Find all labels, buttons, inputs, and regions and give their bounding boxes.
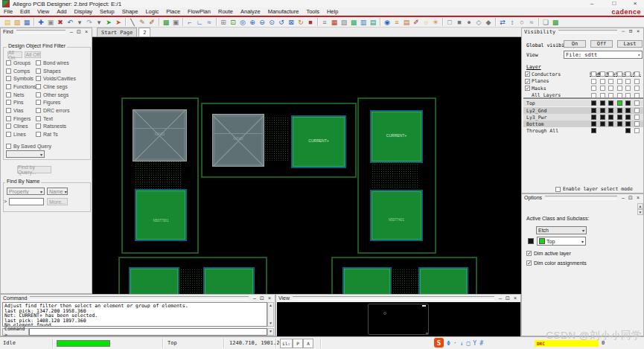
layer-cell-checkbox[interactable] [591,71,596,77]
all-off-button[interactable]: All Off [25,51,41,58]
pad-d1[interactable] [129,267,179,294]
layer-color-swatch[interactable] [591,128,596,133]
class-color-swatch[interactable] [528,238,534,244]
pad-e1[interactable] [342,267,392,294]
layer-color-swatch[interactable] [625,115,631,120]
layer-color-swatch[interactable] [591,100,596,106]
panel-float-icon[interactable]: ⊡ [628,28,634,35]
board-view-icon[interactable]: ▩ [551,18,560,27]
shadow-toggle-icon[interactable]: ▧ [339,18,348,27]
undo-icon[interactable]: ↶ [66,18,74,27]
layer-color-swatch[interactable] [617,115,622,120]
shape-rect-icon[interactable]: ■ [455,18,464,27]
ripup-icon[interactable]: ○ [517,18,526,27]
checkbox-icon[interactable]: ✓ [526,260,532,266]
menu-item[interactable]: Manufacture [264,7,303,16]
windows-icon[interactable]: ❏ [541,18,550,27]
command-input[interactable] [29,328,267,336]
unfix-icon[interactable]: ➤ [114,18,123,27]
zoom-out-icon[interactable]: ⊖ [258,18,267,27]
panel-close-icon[interactable]: × [83,28,89,35]
layer-color-swatch[interactable] [608,108,613,113]
layer-color-swatch[interactable] [608,121,613,127]
layer-cell-checkbox[interactable] [617,86,622,91]
glossing-icon[interactable]: ≈ [527,18,536,27]
add-line-icon[interactable]: ╲ [128,18,137,27]
layer-color-swatch[interactable] [608,115,613,120]
view-dropdown[interactable]: File: sdtt▾ [564,51,643,59]
find-filter-option[interactable]: DRC errors [36,106,91,115]
layer-cell-checkbox[interactable] [608,86,613,91]
menu-item[interactable]: Help [323,7,342,16]
swap-icon[interactable]: ⇄ [498,18,507,27]
panel-close-icon[interactable]: × [635,194,641,201]
tab-start-page[interactable]: Start Page [97,28,137,36]
class-checkbox[interactable]: ✓ [525,71,530,77]
pad-e2[interactable] [418,267,468,294]
vertex-icon[interactable]: ∟ [195,18,204,27]
layer-cell-checkbox[interactable] [634,71,640,77]
pad-current-b[interactable]: CURRENT+ [291,115,346,168]
layer-cell-checkbox[interactable] [625,86,631,91]
menu-item[interactable]: Logic [141,7,162,16]
find-filter-option[interactable]: Bond wires [36,59,91,67]
panel-minimize-icon[interactable]: – [252,295,258,301]
panel-float-icon[interactable]: ⊡ [76,28,82,35]
checkbox-icon[interactable] [6,68,11,74]
layer-row-ly3-pwr[interactable]: Ly3_Pwr [523,114,643,121]
design-canvas[interactable]: GND N5077301 GND CURRENT+ CURRENT+ N5077… [92,37,521,294]
dim-active-layer-option[interactable]: ✓Dim active layer [526,249,571,257]
shape-edit-icon[interactable]: ✎ [138,18,147,27]
layer-color-swatch[interactable] [600,100,605,106]
checkbox-icon[interactable] [6,92,11,97]
layer-all-checkbox[interactable] [634,100,640,106]
name-input[interactable] [9,198,44,205]
snapshot-icon[interactable]: ▣ [171,18,180,27]
shaded-view-icon[interactable]: ■ [306,18,315,27]
delete-icon[interactable]: ✖ [56,18,65,27]
find-filter-option[interactable]: Functions [6,83,36,91]
find-filter-option[interactable]: Clines [6,123,36,131]
pad-gnd-b[interactable]: GND [212,114,264,167]
checkbox-icon[interactable] [6,132,11,137]
find-filter-option[interactable]: Cline segs [36,83,91,91]
menu-item[interactable]: Setup [96,7,118,16]
command-log[interactable]: Adjust find filter then select an elemen… [2,302,267,327]
status-icon[interactable]: ◉ [383,18,392,27]
markup-pen-icon[interactable]: ✐ [412,18,421,27]
layer-color-swatch[interactable] [591,115,596,120]
layer-cell-checkbox[interactable] [625,79,631,84]
slide-icon[interactable]: ⌐ [185,18,194,27]
highlight-icon[interactable]: ☼ [421,18,430,27]
find-filter-option[interactable]: Comps [6,67,36,75]
class-checkbox[interactable]: ✓ [525,79,530,84]
menu-item[interactable]: View [34,7,53,16]
visibility-last-button[interactable]: Last [617,40,643,48]
status-p-button[interactable]: P [293,339,303,348]
find-filter-option[interactable]: Other segs [36,91,91,99]
checkbox-icon[interactable] [36,76,41,81]
menu-item[interactable]: Add [53,7,70,16]
panel-float-icon[interactable]: ⊡ [628,194,634,201]
checkbox-icon[interactable] [6,116,11,121]
redraw-icon[interactable]: ↻ [296,18,305,27]
tab-board-2[interactable]: 2 [138,28,150,36]
checkbox-icon[interactable] [36,124,41,129]
layer-all-checkbox[interactable] [634,128,640,133]
layer-cell-checkbox[interactable] [634,86,640,91]
checkbox-icon[interactable] [36,100,41,105]
class-dropdown[interactable]: Etch▾ [536,226,587,234]
scroll-down-icon[interactable]: ▼ [637,209,643,215]
more-button[interactable]: More... [47,198,68,205]
find-filter-option[interactable]: Nets [6,91,36,99]
status-il-button[interactable]: il: [280,339,293,348]
open-folder-icon[interactable]: ▨ [13,18,22,27]
minimize-button[interactable]: – [582,0,602,7]
checkbox-icon[interactable] [36,92,41,97]
visibility-off-button[interactable]: Off [590,40,613,48]
move-icon[interactable]: ✚ [36,18,45,27]
undo-caret-icon[interactable]: ▾ [75,18,84,27]
sogou-ime-icon[interactable]: S [434,338,444,348]
layer-row-ly2-gnd[interactable]: Ly2_Gnd [523,107,643,114]
maximize-button[interactable]: □ [605,0,624,7]
